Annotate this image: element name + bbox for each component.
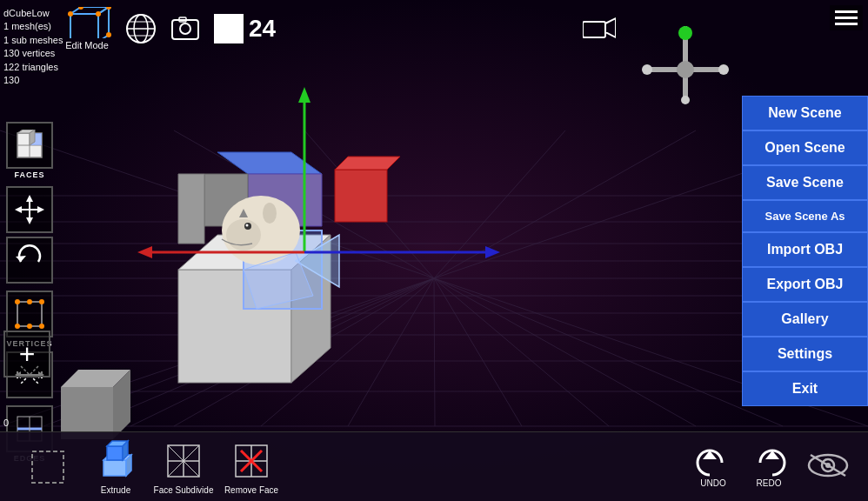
camera-button[interactable] <box>582 11 617 46</box>
svg-point-101 <box>39 324 44 329</box>
settings-button[interactable]: Settings <box>742 337 868 371</box>
grid-background <box>0 0 868 501</box>
svg-point-58 <box>68 11 73 17</box>
svg-marker-92 <box>26 217 33 224</box>
save-scene-button[interactable]: Save Scene <box>742 165 868 200</box>
svg-point-44 <box>263 203 277 224</box>
remove-face-tool[interactable]: Remove Face <box>221 438 282 495</box>
svg-marker-91 <box>26 195 33 202</box>
exit-button[interactable]: Exit <box>742 371 868 406</box>
svg-rect-97 <box>17 302 42 326</box>
remove-face-icon <box>232 442 270 480</box>
faces-icon-box <box>6 122 53 169</box>
svg-rect-45 <box>335 170 387 222</box>
viewport[interactable] <box>0 0 868 501</box>
face-subdivide-tool[interactable]: Face Subdivide <box>153 438 214 495</box>
svg-rect-73 <box>583 22 605 37</box>
selection-icon <box>29 448 67 486</box>
svg-point-99 <box>39 299 44 304</box>
sub-meshes: 1 sub meshes <box>3 34 63 47</box>
redo-group[interactable]: REDO <box>750 445 788 488</box>
svg-point-71 <box>180 23 190 34</box>
open-scene-button[interactable]: Open Scene <box>742 130 868 165</box>
triangles-count: 122 triangles <box>3 61 63 74</box>
svg-point-103 <box>27 324 32 329</box>
svg-point-102 <box>27 299 32 304</box>
extrude-icon-box <box>93 438 138 484</box>
bottom-toolbar: Extrude Face Subdivide <box>0 431 868 501</box>
svg-point-83 <box>677 61 694 78</box>
save-scene-as-button[interactable]: Save Scene As <box>742 200 868 232</box>
globe-icon <box>125 13 157 44</box>
right-menu: New Scene Open Scene Save Scene Save Sce… <box>742 96 868 406</box>
svg-point-100 <box>15 324 20 329</box>
svg-point-59 <box>96 11 101 17</box>
left-sidebar: FACES <box>3 122 56 463</box>
screenshot-button[interactable] <box>169 11 204 46</box>
export-obj-button[interactable]: Export OBJ <box>742 267 868 302</box>
sidebar-move[interactable] <box>3 186 56 233</box>
remove-face-icon-box <box>229 438 274 484</box>
top-toolbar: Edit Mode 24 <box>61 7 617 50</box>
svg-point-80 <box>718 64 729 75</box>
screenshot-icon <box>170 13 202 44</box>
undo-label: UNDO <box>700 478 725 488</box>
selection-icon-box <box>25 444 70 490</box>
mesh-count: 1 mesh(es) <box>3 20 63 33</box>
edit-mode-button[interactable]: Edit Mode <box>61 7 113 50</box>
ham-line-2 <box>835 17 858 19</box>
remove-face-label: Remove Face <box>224 485 278 495</box>
face-subdivide-label: Face Subdivide <box>154 485 214 495</box>
orient-widget-svg <box>642 26 729 104</box>
svg-marker-95 <box>37 206 44 213</box>
svg-point-77 <box>678 26 692 40</box>
svg-point-79 <box>642 64 652 75</box>
faces-icon <box>14 130 45 161</box>
bottom-tools-right: UNDO REDO <box>694 445 851 488</box>
undo-rotate-icon <box>14 244 45 276</box>
face-subdivide-icon <box>164 442 203 480</box>
bottom-tools-left: Extrude Face Subdivide <box>17 438 282 495</box>
coordinates-display: 0 <box>0 416 12 430</box>
undo-group[interactable]: UNDO <box>694 445 732 488</box>
svg-marker-94 <box>15 206 22 213</box>
svg-rect-115 <box>103 460 126 476</box>
svg-point-43 <box>246 224 249 227</box>
add-button[interactable]: + <box>3 331 50 377</box>
frame-box <box>214 14 244 43</box>
ham-line-3 <box>835 23 858 25</box>
undo-rotate-icon-box <box>6 237 53 284</box>
edit-cube-icon <box>63 7 111 38</box>
svg-marker-96 <box>16 256 26 262</box>
svg-point-82 <box>681 96 690 104</box>
vertices-count: 130 vertices <box>3 47 63 60</box>
face-subdivide-icon-box <box>161 438 206 484</box>
vertices-icon <box>14 298 45 330</box>
new-scene-button[interactable]: New Scene <box>742 96 868 130</box>
sidebar-undo-rotate[interactable] <box>3 237 56 284</box>
plus-icon: + <box>19 340 36 368</box>
svg-marker-74 <box>605 18 616 37</box>
object-name: dCubeLow <box>3 7 63 20</box>
move-icon-box <box>6 186 53 233</box>
object-info-panel: dCubeLow 1 mesh(es) 1 sub meshes 130 ver… <box>3 7 63 87</box>
sidebar-faces[interactable]: FACES <box>3 122 56 179</box>
extrude-tool[interactable]: Extrude <box>85 438 146 495</box>
selection-tool[interactable] <box>17 444 78 490</box>
svg-rect-118 <box>107 446 123 460</box>
edit-mode-label: Edit Mode <box>65 40 109 50</box>
frame-counter: 24 <box>214 14 276 43</box>
coords-value: 0 <box>3 418 9 428</box>
orientation-widget <box>642 26 729 104</box>
camera-icon <box>583 17 616 41</box>
svg-point-64 <box>106 32 111 37</box>
import-obj-button[interactable]: Import OBJ <box>742 232 868 267</box>
redo-label: REDO <box>757 478 782 488</box>
gallery-button[interactable]: Gallery <box>742 302 868 337</box>
globe-button[interactable] <box>124 11 158 46</box>
faces-label: FACES <box>14 170 44 179</box>
hamburger-menu[interactable] <box>830 5 863 30</box>
visibility-button[interactable] <box>805 450 851 484</box>
svg-point-40 <box>226 219 261 250</box>
svg-rect-114 <box>32 451 63 483</box>
